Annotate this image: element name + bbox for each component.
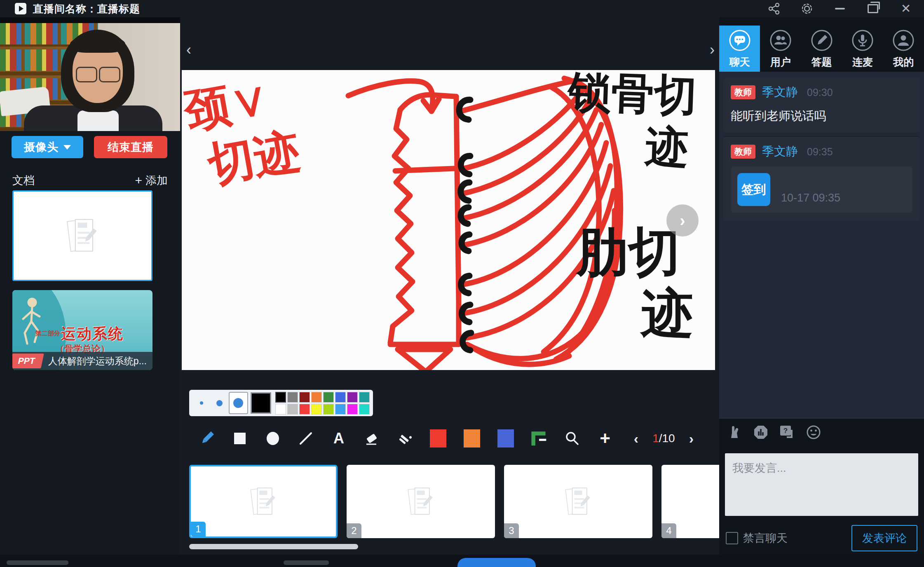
color-cell[interactable] — [359, 392, 370, 403]
ppt-slide-tag: 第二部分 — [35, 330, 60, 337]
collapse-left-chevron[interactable]: ‹ — [183, 41, 195, 59]
slide-number-badge: 3 — [504, 523, 519, 538]
page-navigation: ‹ 1/10 › — [634, 431, 719, 447]
add-label: 添加 — [145, 173, 168, 188]
ppt-filename-bar: PPT 人体解剖学运动系统p... — [12, 352, 152, 370]
chat-message-list[interactable]: 教师 季文静 09:30 能听到老师说话吗 教师 季文静 09:35 签到 10… — [719, 72, 924, 418]
collapse-right-chevron[interactable]: › — [706, 41, 718, 59]
blue-color-button[interactable] — [497, 429, 514, 448]
document-thumbnail-ppt[interactable]: 第二部分 运动系统 （骨学总论） PPT 人体解剖学运动系统p... — [12, 290, 152, 370]
end-live-button[interactable]: 结束直播 — [94, 136, 167, 158]
question-answer-icon[interactable]: ? — [779, 424, 796, 441]
raise-hand-icon[interactable] — [726, 424, 743, 441]
tab-quiz[interactable]: 答题 — [801, 26, 842, 72]
slide-thumbnail-1[interactable]: 1 — [189, 465, 338, 538]
next-page-circle-button[interactable]: › — [666, 204, 699, 237]
chat-input[interactable] — [725, 453, 918, 516]
zoom-tool-icon[interactable] — [564, 431, 580, 446]
ppt-slide-title: 运动系统 — [61, 324, 124, 344]
slide-number-badge: 4 — [661, 523, 676, 538]
thumbnails-scrollbar[interactable] — [189, 544, 358, 549]
eraser-tool-icon[interactable] — [364, 431, 380, 446]
color-cell[interactable] — [287, 392, 298, 403]
color-cell[interactable] — [359, 404, 370, 415]
color-cell[interactable] — [335, 404, 346, 415]
teacher-badge: 教师 — [731, 145, 755, 159]
document-placeholder-icon — [63, 214, 102, 258]
whiteboard-panel: ‹ › — [180, 17, 719, 567]
window-title: 直播间名称：直播标题 — [33, 2, 140, 16]
skeleton-figure-icon — [18, 298, 47, 351]
pen-size-medium[interactable] — [211, 393, 229, 413]
color-cell[interactable] — [347, 404, 358, 415]
post-comment-button[interactable]: 发表评论 — [851, 525, 917, 551]
slide-thumbnail-4[interactable]: 4 — [661, 465, 719, 538]
add-document-button[interactable]: + 添加 — [135, 173, 168, 188]
ppt-filename: 人体解剖学运动系统p... — [48, 355, 147, 368]
users-icon — [769, 29, 792, 52]
collapse-toolbar-icon[interactable] — [531, 431, 547, 446]
pen-size-small[interactable] — [192, 393, 211, 413]
drawing-toolbar: A + — [180, 427, 719, 450]
emoji-icon[interactable] — [805, 424, 822, 441]
pen-size-large[interactable] — [229, 392, 249, 414]
camera-dropdown-button[interactable]: 摄像头 — [12, 136, 83, 158]
prev-page-button[interactable]: ‹ — [634, 431, 638, 447]
chat-panel: 聊天 用户 答题 连麦 — [719, 17, 924, 567]
add-page-button[interactable]: + — [597, 431, 613, 446]
poll-icon[interactable] — [752, 424, 769, 441]
tab-mic[interactable]: 连麦 — [842, 26, 883, 72]
rectangle-tool-icon[interactable] — [232, 431, 248, 446]
share-icon[interactable] — [767, 2, 781, 15]
mute-chat-label: 禁言聊天 — [743, 531, 788, 546]
red-color-button[interactable] — [430, 429, 446, 448]
tab-mine[interactable]: 我的 — [883, 26, 924, 72]
mute-chat-checkbox[interactable] — [726, 532, 738, 544]
camera-button-label: 摄像头 — [24, 140, 59, 155]
settings-gear-icon[interactable] — [800, 2, 814, 15]
color-cell[interactable] — [287, 404, 298, 415]
documents-label: 文档 — [12, 173, 35, 188]
bottom-bar-text — [7, 560, 68, 565]
orange-color-button[interactable] — [464, 429, 480, 448]
bottom-bar-text — [284, 560, 329, 565]
caret-down-icon — [63, 145, 71, 150]
color-cell[interactable] — [323, 404, 334, 415]
restore-window-button[interactable] — [866, 2, 879, 15]
svg-text:?: ? — [783, 427, 788, 435]
slide-thumbnail-2[interactable]: 2 — [347, 465, 495, 538]
brush-clear-tool-icon[interactable] — [397, 431, 413, 446]
color-cell[interactable] — [311, 392, 322, 403]
color-cell[interactable] — [311, 404, 322, 415]
ellipse-tool-icon[interactable] — [265, 431, 281, 446]
slide-thumbnail-3[interactable]: 3 — [504, 465, 652, 538]
color-cell[interactable] — [275, 392, 286, 403]
pencil-icon — [810, 29, 833, 52]
tab-chat[interactable]: 聊天 — [719, 26, 760, 72]
color-cell[interactable] — [335, 392, 346, 403]
text-tool-icon[interactable]: A — [331, 431, 347, 446]
signin-time: 10-17 09:35 — [781, 192, 840, 204]
bottom-bar — [0, 555, 924, 567]
color-cell[interactable] — [323, 392, 334, 403]
minimize-button[interactable] — [833, 2, 847, 15]
slide-thumbnails: 1 2 3 4 — [189, 465, 719, 540]
webcam-video — [0, 17, 180, 131]
sender-name: 季文静 — [762, 84, 798, 101]
document-thumbnail-blank[interactable] — [12, 190, 152, 281]
color-cell[interactable] — [347, 392, 358, 403]
microphone-icon — [851, 29, 874, 52]
color-cell[interactable] — [299, 404, 310, 415]
color-cell[interactable] — [299, 392, 310, 403]
chat-bottom-row: 禁言聊天 发表评论 — [726, 525, 917, 551]
close-button[interactable]: ✕ — [899, 2, 912, 15]
bottom-bar-button[interactable] — [457, 558, 536, 567]
left-sidebar: 摄像头 结束直播 文档 + 添加 第二部分 — [0, 17, 180, 567]
color-cell[interactable] — [275, 404, 286, 415]
pencil-tool-icon[interactable] — [199, 431, 215, 446]
next-page-button[interactable]: › — [689, 431, 694, 447]
signin-button[interactable]: 签到 — [737, 173, 770, 206]
tab-users[interactable]: 用户 — [760, 26, 801, 72]
line-tool-icon[interactable] — [298, 431, 314, 446]
whiteboard-canvas[interactable]: 颈∨ 切迹 锁骨切 迹 肋切 迹 › — [182, 70, 715, 370]
